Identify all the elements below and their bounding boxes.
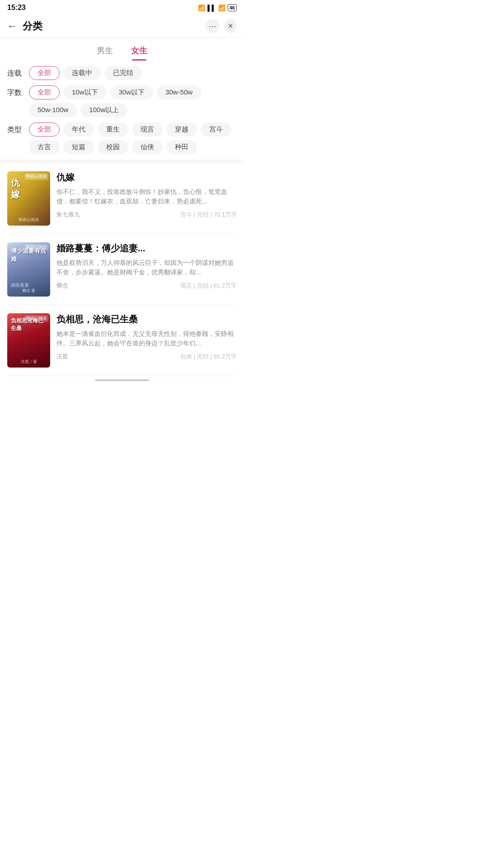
- cover-title-text: 仇嫁: [11, 177, 47, 200]
- cover-subtitle: 婚路蔓蔓: [11, 282, 29, 288]
- book-meta: 卿念 现言 | 完结 | 61.2万字: [56, 282, 237, 290]
- cover-source-label: 网易云阅读: [9, 217, 48, 223]
- book-desc: 你不仁，我不义，投靠政敌斗倒你！抄家仇，负心恨，笔笔血债，都要偿！红嫁衣，血双囍…: [56, 187, 237, 206]
- chip-wc-30w50w[interactable]: 30w-50w: [157, 85, 201, 99]
- filter-label-genre: 类型: [7, 125, 23, 135]
- book-info: 婚路蔓蔓：傅少追妻... 他是权势滔天，万人仰慕的风云巨子，却因为一个阴谋对她穷…: [56, 242, 237, 290]
- chip-genre-palace[interactable]: 宫斗: [201, 123, 231, 137]
- filter-row-serialization: 连载 全部 连载中 已完结: [7, 66, 237, 80]
- list-item: 网易云阅读 负相思沧海已生桑 泫星／著 负相思，沧海已生桑 她本是一滴雀血衍化而…: [7, 305, 237, 376]
- nav-bar: ← 分类 ··· ×: [0, 14, 244, 38]
- filter-label-wordcount: 字数: [7, 88, 23, 98]
- status-icons: 📶 ▌▌ 📶 46: [198, 4, 237, 11]
- nav-actions: ··· ×: [205, 19, 237, 33]
- bluetooth-icon: 📶: [198, 5, 205, 11]
- status-time: 15:23: [7, 4, 26, 12]
- book-info: 负相思，沧海已生桑 她本是一滴雀血衍化而成，无父无母无性别，得他眷顾，安静相伴。…: [56, 313, 237, 361]
- bottom-bar: [0, 376, 244, 385]
- chip-genre-nds[interactable]: 年代: [63, 123, 94, 137]
- book-meta: 朱七慕九 宫斗 | 完结 | 70.1万字: [56, 211, 237, 219]
- more-button[interactable]: ···: [205, 19, 220, 33]
- close-button[interactable]: ×: [224, 19, 237, 33]
- chip-wc-lt30w[interactable]: 30w以下: [110, 85, 154, 99]
- home-indicator: [95, 379, 149, 381]
- chip-wc-all[interactable]: 全部: [29, 85, 60, 99]
- book-meta: 泫星 仙侠 | 完结 | 60.2万字: [56, 353, 237, 361]
- book-title[interactable]: 婚路蔓蔓：傅少追妻...: [56, 242, 237, 255]
- tabs: 男生 女生: [0, 38, 244, 61]
- status-bar: 15:23 📶 ▌▌ 📶 46: [0, 0, 244, 14]
- chip-genre-xianxia[interactable]: 仙侠: [132, 140, 163, 154]
- filter-chips-wordcount: 全部 10w以下 30w以下 30w-50w 50w-100w 100w以上: [29, 85, 237, 117]
- book-info: 仇嫁 你不仁，我不义，投靠政敌斗倒你！抄家仇，负心恨，笔笔血债，都要偿！红嫁衣，…: [56, 171, 237, 219]
- cover-title-text: 傅少追妻有点难: [11, 247, 47, 263]
- chip-genre-farming[interactable]: 种田: [166, 140, 197, 154]
- chip-serial-ongoing[interactable]: 连载中: [63, 66, 101, 80]
- cover-badge: 网易云阅读: [24, 173, 48, 180]
- section-divider: [0, 160, 244, 163]
- book-cover[interactable]: 仇嫁 网易云阅读 网易云阅读: [7, 171, 50, 226]
- book-list: 仇嫁 网易云阅读 网易云阅读 仇嫁 你不仁，我不义，投靠政敌斗倒你！抄家仇，负心…: [0, 163, 244, 376]
- cover-title-text: 负相思沧海已生桑: [11, 317, 47, 332]
- tab-female[interactable]: 女生: [131, 45, 147, 61]
- list-item: 仇嫁 网易云阅读 网易云阅读 仇嫁 你不仁，我不义，投靠政敌斗倒你！抄家仇，负心…: [7, 163, 237, 234]
- filter-row-wordcount: 字数 全部 10w以下 30w以下 30w-50w 50w-100w 100w以…: [7, 85, 237, 117]
- signal-icon: ▌▌: [207, 5, 216, 11]
- chip-wc-50w100w[interactable]: 50w-100w: [29, 103, 77, 117]
- book-title[interactable]: 仇嫁: [56, 171, 237, 184]
- chip-genre-rebirth[interactable]: 重生: [98, 123, 128, 137]
- wifi-icon: 📶: [218, 5, 225, 11]
- book-cover[interactable]: 网易云阅读 傅少追妻有点难 婚路蔓蔓 卿念 著: [7, 242, 50, 297]
- chip-genre-modern[interactable]: 现言: [132, 123, 163, 137]
- filter-chips-genre: 全部 年代 重生 现言 穿越 宫斗 古言 短篇 校园 仙侠 种田: [29, 123, 237, 154]
- cover-source-label: 卿念 著: [9, 288, 48, 294]
- cover-source-label: 泫星／著: [9, 359, 48, 365]
- book-tags: 宫斗 | 完结 | 70.1万字: [180, 211, 237, 219]
- back-button[interactable]: ←: [7, 20, 17, 32]
- book-author: 朱七慕九: [56, 211, 80, 219]
- list-item: 网易云阅读 傅少追妻有点难 婚路蔓蔓 卿念 著 婚路蔓蔓：傅少追妻... 他是权…: [7, 234, 237, 305]
- chip-genre-short[interactable]: 短篇: [63, 140, 94, 154]
- chip-wc-lt10w[interactable]: 10w以下: [63, 85, 107, 99]
- book-cover[interactable]: 网易云阅读 负相思沧海已生桑 泫星／著: [7, 313, 50, 368]
- page-title: 分类: [23, 19, 205, 33]
- filters: 连载 全部 连载中 已完结 字数 全部 10w以下 30w以下 30w-50w …: [0, 61, 244, 154]
- chip-serial-all[interactable]: 全部: [29, 66, 60, 80]
- battery-indicator: 46: [228, 4, 237, 11]
- tab-male[interactable]: 男生: [97, 45, 113, 61]
- book-title[interactable]: 负相思，沧海已生桑: [56, 313, 237, 326]
- chip-genre-all[interactable]: 全部: [29, 123, 60, 137]
- filter-label-serialization: 连载: [7, 69, 23, 78]
- book-desc: 他是权势滔天，万人仰慕的风云巨子，却因为一个阴谋对她穷追不舍，步步紧逼。她是财阀…: [56, 258, 237, 277]
- chip-wc-gt100w[interactable]: 100w以上: [80, 103, 127, 117]
- chip-genre-timeslip[interactable]: 穿越: [166, 123, 197, 137]
- book-author: 卿念: [56, 282, 68, 290]
- book-desc: 她本是一滴雀血衍化而成，无父无母无性别，得他眷顾，安静相伴。三界风云起，她会守在…: [56, 329, 237, 348]
- filter-chips-serialization: 全部 连载中 已完结: [29, 66, 237, 80]
- filter-row-genre: 类型 全部 年代 重生 现言 穿越 宫斗 古言 短篇 校园 仙侠 种田: [7, 123, 237, 154]
- chip-genre-campus[interactable]: 校园: [98, 140, 128, 154]
- book-tags: 现言 | 完结 | 61.2万字: [180, 282, 237, 290]
- book-author: 泫星: [56, 353, 68, 361]
- chip-genre-ancient[interactable]: 古言: [29, 140, 60, 154]
- chip-serial-finished[interactable]: 已完结: [104, 66, 142, 80]
- book-tags: 仙侠 | 完结 | 60.2万字: [180, 353, 237, 361]
